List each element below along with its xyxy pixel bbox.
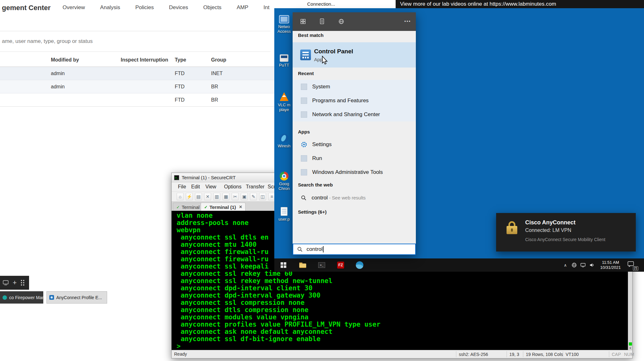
taskbar-button-firepower[interactable]: co Firepower Man... (0, 291, 43, 304)
desktop-icon-wireshark[interactable]: Wiresh (275, 134, 293, 148)
nav-tab-analysis[interactable]: Analysis (100, 4, 120, 11)
toast-title: Cisco AnyConnect (525, 219, 575, 226)
grip-icon[interactable] (21, 280, 24, 286)
file-explorer-button[interactable] (299, 261, 307, 269)
lock-icon (506, 221, 518, 240)
icon-label: PuTT (275, 63, 293, 68)
filter-apps-icon[interactable] (300, 19, 306, 24)
tray-chevron-icon[interactable]: ∧ (561, 261, 569, 269)
table-row[interactable]: admin FTD BR (0, 80, 274, 93)
toolbar-connect-icon[interactable]: ⌂ (177, 193, 184, 200)
app-item-label: Windows Administrative Tools (312, 169, 383, 175)
nav-tab-overview[interactable]: Overview (63, 4, 85, 11)
command-prompt-button[interactable]: >_ (318, 261, 326, 269)
add-icon[interactable]: + (13, 279, 17, 286)
web-suffix: - See web results (328, 195, 366, 200)
taskbar-clock[interactable]: 11:51 AM 10/31/2021 (596, 260, 625, 270)
icon-label: Netwo (275, 24, 293, 29)
search-icon (301, 195, 307, 201)
anyconnect-toast[interactable]: Cisco AnyConnect Connected: LM VPN Cisco… (496, 213, 636, 252)
wireshark-icon (280, 134, 289, 143)
tab-terminal[interactable]: ✓ Terminal (173, 203, 203, 211)
best-match-item[interactable]: Control Panel App (293, 42, 416, 68)
toolbar-tile-icon[interactable]: ◫ (259, 193, 266, 200)
search-input-value[interactable]: control (307, 246, 323, 252)
start-search-box[interactable]: control (293, 244, 416, 255)
follow-indicator (629, 342, 632, 346)
toolbar-disconnect-icon[interactable]: ✕ (204, 193, 211, 200)
tab-terminal-1[interactable]: ✓ Terminal (1) × (201, 203, 246, 211)
menu-options[interactable]: Options (224, 182, 241, 191)
taskbar-button-anyconnect-profile[interactable]: AnyConnect Profile E... (46, 291, 107, 304)
table-row[interactable]: admin FTD INET (0, 67, 274, 80)
toolbar-copy-icon[interactable]: ▥ (213, 193, 220, 200)
background-window-title: Connection... (307, 1, 335, 7)
terminal-line: anyconnect dtls compression none (177, 306, 629, 314)
menu-view[interactable]: View (205, 182, 216, 191)
terminal-line: anyconnect ssl compression none (177, 299, 629, 306)
toolbar-print-icon[interactable]: ▣ (241, 193, 248, 200)
section-settings-count: Settings (6+) (298, 209, 326, 215)
toolbar-session-tabs-icon[interactable]: ▤ (195, 193, 202, 200)
toolbar-cut-icon[interactable]: ✂ (232, 193, 239, 200)
tray-display-icon[interactable] (579, 261, 587, 269)
recent-item-programs-and-features[interactable]: Programs and Features (293, 94, 416, 108)
start-button[interactable] (279, 261, 288, 269)
filter-documents-icon[interactable] (319, 18, 325, 25)
filezilla-button[interactable]: FZ (337, 261, 345, 269)
menu-transfer[interactable]: Transfer (246, 182, 264, 191)
control-panel-icon (300, 50, 311, 60)
desktop-icon-putty[interactable]: PuTT (275, 54, 293, 68)
recent-item-system[interactable]: System (293, 80, 416, 94)
desktop-icon-network-access-manager[interactable]: Netwo Access (275, 15, 293, 34)
desktop-icon-chrome[interactable]: Goog Chron (275, 172, 293, 191)
desktop-icon-vlc[interactable]: VLC m playe (275, 92, 293, 112)
filter-input[interactable] (0, 31, 270, 52)
toast-subtitle: Cisco AnyConnect Secure Mobility Client (525, 237, 605, 242)
nav-tab-devices[interactable]: Devices (169, 4, 188, 11)
nav-tab-policies[interactable]: Policies (135, 4, 154, 11)
filter-web-icon[interactable] (338, 19, 344, 24)
run-icon (301, 155, 307, 162)
icon-label: VLC m (275, 103, 293, 107)
table-row[interactable]: FTD BR (0, 93, 274, 107)
web-result-item[interactable]: control - See web results (293, 191, 416, 205)
desktop-icon-user-profile[interactable]: user.p (275, 207, 293, 222)
column-modified-by: Modified by (51, 53, 79, 67)
terminal-line: anyconnect dpd-interval gateway 300 (177, 292, 629, 299)
nav-tab-objects[interactable]: Objects (203, 4, 222, 11)
clock-time: 11:51 AM (596, 260, 625, 265)
tray-volume-icon[interactable] (588, 261, 596, 269)
screen-capture-icon[interactable] (3, 280, 9, 285)
app-item-run[interactable]: Run (293, 151, 416, 165)
nav-tab-amp[interactable]: AMP (237, 4, 248, 11)
recent-item-network-sharing-center[interactable]: Network and Sharing Center (293, 108, 416, 121)
app-item-windows-admin-tools[interactable]: Windows Administrative Tools (293, 165, 416, 179)
toolbar-quick-connect-icon[interactable]: ⚡ (186, 193, 193, 200)
table-header: Modified by Inspect Interruption Type Gr… (0, 53, 274, 67)
toolbar-paste-icon[interactable]: ▦ (222, 193, 229, 200)
browser-button[interactable] (355, 261, 364, 269)
globe-icon (572, 263, 577, 268)
network-icon (301, 111, 307, 118)
menu-edit[interactable]: Edit (191, 182, 200, 191)
action-center-button[interactable]: 21 (628, 261, 637, 269)
section-recent: Recent (298, 71, 314, 76)
menu-file[interactable]: File (178, 182, 186, 191)
icon-label: Chron (275, 186, 293, 191)
icon-label: Access (275, 29, 293, 34)
toolbar-find-icon[interactable]: ✎ (250, 193, 257, 200)
taskbar-button-label: co Firepower Man... (9, 295, 43, 300)
admin-tools-icon (301, 169, 307, 175)
status-emulation: VT100 (563, 351, 579, 357)
web-query: control (312, 195, 328, 201)
tray-network-icon[interactable] (570, 261, 578, 269)
tab-close-icon[interactable]: × (239, 204, 242, 210)
nav-tab-intelligence[interactable]: Int (264, 4, 270, 11)
search-icon (297, 246, 303, 252)
programs-icon (301, 98, 307, 104)
filezilla-icon: FZ (337, 262, 344, 269)
toast-status: Connected: LM VPN (525, 228, 571, 233)
app-item-settings[interactable]: Settings (293, 138, 416, 151)
more-options-icon[interactable]: … (404, 15, 411, 24)
